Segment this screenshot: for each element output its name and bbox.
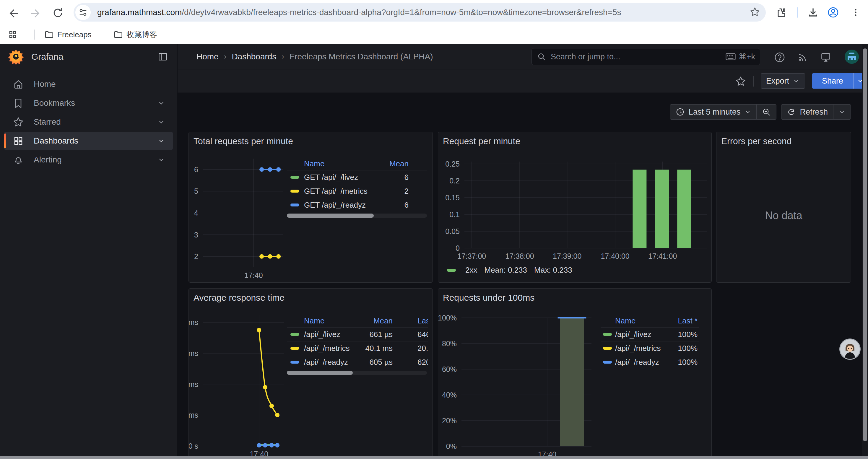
legend-column-header[interactable]: Name [304,316,357,326]
share-button[interactable]: Share [812,73,853,89]
legend-column-header[interactable]: Name [615,316,665,326]
panel-total-requests-per-minute: Total requests per minute 6543217:40 Nam… [188,132,433,283]
help-icon [774,52,785,63]
favorite-star-button[interactable] [735,76,746,87]
breadcrumb-current: Freeleaps Metrics Dashboard (ALPHA) [289,52,433,61]
extensions-button[interactable] [773,5,788,20]
legend-header: NameMeanLas [287,315,428,328]
browser-forward-button[interactable] [27,4,44,21]
refresh-icon [787,107,796,117]
legend-column-header[interactable]: Las [417,316,428,326]
legend-column-header[interactable]: Mean [357,316,393,326]
series-color-dash [603,361,612,364]
refresh-button[interactable]: Refresh [781,104,833,119]
svg-text:17:41:00: 17:41:00 [648,252,677,260]
forward-icon [30,7,41,18]
legend-column-header[interactable]: Mean [373,159,409,168]
page-scrollbar-vertical[interactable] [862,44,868,456]
sidebar-item-alerting[interactable]: Alerting [4,151,173,169]
floating-assistant-avatar[interactable] [839,338,861,360]
bookmark-folder-blogs[interactable]: 收藏博客 [109,28,161,41]
legend-scrollbar[interactable] [287,371,427,375]
downloads-button[interactable] [805,5,821,20]
url-bar[interactable]: grafana.mathmast.com/d/deytv4rwavabkb/fr… [73,3,766,22]
svg-text:20%: 20% [442,417,457,425]
sidebar-item-bookmarks[interactable]: Bookmarks [4,94,173,112]
help-button[interactable] [773,51,786,64]
browser-toolbar: grafana.mathmast.com/d/deytv4rwavabkb/fr… [0,0,868,25]
legend-scrollbar[interactable] [287,214,427,218]
search-icon [537,52,546,61]
chevron-down-icon [745,109,751,115]
scrollbar-thumb[interactable] [863,48,867,441]
user-avatar[interactable] [845,50,859,64]
main-area: Home › Dashboards › Freeleaps Metrics Da… [178,44,868,459]
bookmark-star-button[interactable] [750,7,760,18]
legend-row[interactable]: /api/_/metrics40.1 ms20.5 r [287,341,428,355]
chevron-down-icon[interactable] [157,137,165,145]
svg-text:60%: 60% [442,365,457,373]
browser-menu-button[interactable] [848,5,863,20]
scrollbar-thumb[interactable] [287,214,374,218]
bookmarks-divider [34,30,35,40]
sidebar-item-dashboards[interactable]: Dashboards [4,132,173,150]
browser-back-button[interactable] [5,4,22,21]
legend-cell: 20.5 r [417,344,428,353]
refresh-interval-button[interactable] [833,104,850,119]
legend-cell: /api/_/livez [304,330,357,339]
kebab-menu-icon [851,8,860,17]
news-button[interactable] [796,51,809,64]
legend-cell: 620 [417,358,428,367]
profile-button[interactable] [826,5,841,20]
browser-refresh-button[interactable] [50,4,66,21]
breadcrumb-dashboards[interactable]: Dashboards [231,52,276,61]
svg-text:17:39:00: 17:39:00 [553,252,582,260]
chevron-down-icon[interactable] [157,118,165,126]
page-scrollbar-horizontal[interactable] [0,456,868,459]
legend-row[interactable]: /api/_/livez100% [601,328,699,341]
breadcrumb-separator: › [224,52,226,61]
sidebar-item-home[interactable]: Home [4,75,173,93]
legend-row[interactable]: /api/_/readyz100% [601,355,699,369]
search-input[interactable]: Search or jump to... ⌘+k [531,48,760,65]
panel-title[interactable]: Errors per second [721,136,792,146]
legend-row[interactable]: GET /api/_/livez6 [287,170,427,184]
site-settings-button[interactable] [75,5,91,20]
grafana-logo[interactable] [8,49,24,64]
sidebar-menu: Home Bookmarks Starred Dashboards Alerti… [0,74,177,169]
series-color-dash [290,333,299,336]
svg-text:40%: 40% [442,391,457,399]
apps-shortcut-button[interactable] [4,28,21,41]
export-button[interactable]: Export [761,73,805,89]
legend-table: NameLast */api/_/livez100%/api/_/metrics… [601,315,699,369]
legend-row[interactable]: /api/_/readyz605 µs620 [287,355,428,369]
scrollbar-thumb[interactable] [287,371,353,375]
bookmark-folder-freeleaps[interactable]: Freeleaps [40,28,96,41]
legend[interactable]: 2xx Mean: 0.233 Max: 0.233 [447,266,572,275]
breadcrumb-home[interactable]: Home [196,52,219,61]
legend-row[interactable]: /api/_/livez661 µs646 [287,328,428,341]
sidebar-item-starred[interactable]: Starred [4,113,173,131]
legend-cell: 605 µs [357,358,393,367]
legend-row[interactable]: GET /api/_/readyz6 [287,198,427,212]
time-range-picker[interactable]: Last 5 minutes [670,104,756,119]
chevron-down-icon[interactable] [157,156,165,164]
series-color-dash [290,361,299,364]
chevron-down-icon[interactable] [157,99,165,107]
svg-text:17:40: 17:40 [244,271,263,280]
avatar-image [840,339,860,359]
url-text: grafana.mathmast.com/d/deytv4rwavabkb/fr… [97,8,750,17]
sidebar-collapse-button[interactable] [157,51,169,63]
svg-text:20 ms: 20 ms [189,411,198,419]
legend-row[interactable]: GET /api/_/metrics2 [287,184,427,198]
legend-row[interactable]: /api/_/metrics100% [601,341,699,355]
svg-text:60 ms: 60 ms [189,349,198,357]
zoom-out-button[interactable] [756,104,776,119]
legend-column-header[interactable]: Last * [665,316,698,326]
kiosk-mode-button[interactable] [819,51,832,64]
svg-text:6: 6 [194,165,198,174]
bookmarks-bar: Freeleaps 收藏博客 [0,25,868,44]
legend-cell: 2 [373,187,409,196]
legend-column-header[interactable]: Name [304,159,373,168]
bar-chart: 100%80%60%40%20%0%17:40 [438,289,712,459]
